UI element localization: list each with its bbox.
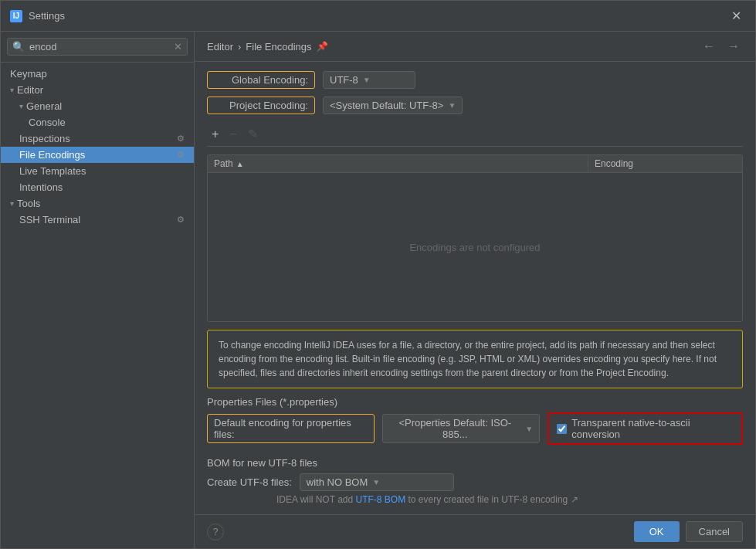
sidebar-item-console[interactable]: Console bbox=[1, 114, 194, 130]
sidebar-item-label: Inspections bbox=[19, 133, 70, 144]
panel-body: Global Encoding: UTF-8 ▼ Project Encodin… bbox=[195, 62, 755, 514]
project-encoding-row: Project Encoding: <System Default: UTF-8… bbox=[207, 97, 743, 114]
bom-section: BOM for new UTF-8 files Create UTF-8 fil… bbox=[207, 457, 743, 505]
sidebar-item-editor[interactable]: ▾ Editor bbox=[1, 82, 194, 98]
create-utf8-label: Create UTF-8 files: bbox=[207, 476, 292, 488]
sort-asc-icon: ▲ bbox=[236, 160, 244, 168]
project-encoding-label: Project Encoding: bbox=[207, 97, 315, 114]
project-encoding-dropdown[interactable]: <System Default: UTF-8> ▼ bbox=[323, 97, 463, 114]
dialog-title: Settings bbox=[29, 10, 65, 22]
create-utf8-dropdown[interactable]: with NO BOM ▼ bbox=[300, 473, 454, 491]
chevron-down-icon: ▾ bbox=[10, 86, 14, 94]
add-button[interactable]: + bbox=[207, 126, 223, 143]
dropdown-arrow-icon: ▼ bbox=[372, 478, 380, 486]
sidebar-item-label: Tools bbox=[17, 198, 40, 209]
ok-button[interactable]: OK bbox=[634, 521, 680, 542]
col-encoding-header: Encoding bbox=[588, 155, 742, 172]
pin-icon: 📌 bbox=[317, 41, 328, 52]
chevron-right-icon: ▾ bbox=[19, 102, 23, 110]
footer: ? OK Cancel bbox=[195, 514, 755, 548]
transparent-conversion-checkbox[interactable] bbox=[557, 424, 567, 434]
sidebar-item-inspections[interactable]: Inspections ⚙ bbox=[1, 130, 194, 147]
global-encoding-row: Global Encoding: UTF-8 ▼ bbox=[207, 71, 743, 89]
create-utf8-value: with NO BOM bbox=[307, 476, 368, 488]
global-encoding-value: UTF-8 bbox=[330, 74, 358, 86]
transparent-conversion-checkbox-row: Transparent native-to-ascii conversion bbox=[548, 412, 743, 445]
panel-header: Editor › File Encodings 📌 ← → bbox=[195, 32, 755, 62]
sidebar-item-file-encodings[interactable]: File Encodings ⚙ bbox=[1, 147, 194, 163]
sidebar-item-label: Console bbox=[29, 117, 66, 128]
bom-section-label: BOM for new UTF-8 files bbox=[207, 457, 743, 469]
sidebar-item-label: Keymap bbox=[10, 68, 47, 80]
sidebar-item-live-templates[interactable]: Live Templates bbox=[1, 163, 194, 179]
bom-info: IDEA will NOT add UTF-8 BOM to every cre… bbox=[207, 494, 743, 505]
empty-state-text: Encodings are not configured bbox=[409, 242, 540, 253]
bom-info-link[interactable]: UTF-8 BOM bbox=[355, 494, 405, 505]
project-encoding-value: <System Default: UTF-8> bbox=[330, 100, 443, 111]
bom-info-part2: to every created file in UTF-8 encoding … bbox=[405, 494, 578, 505]
file-encoding-toolbar: + − ✎ bbox=[207, 122, 743, 147]
chevron-down-icon: ▾ bbox=[10, 199, 14, 208]
search-clear-icon[interactable]: ✕ bbox=[174, 41, 182, 53]
bom-info-part1: IDEA will NOT add bbox=[276, 494, 355, 505]
dropdown-arrow-icon: ▼ bbox=[363, 76, 371, 84]
breadcrumb-part1: Editor bbox=[207, 41, 233, 53]
breadcrumb-sep: › bbox=[238, 41, 241, 53]
global-encoding-label: Global Encoding: bbox=[207, 71, 315, 89]
sidebar-item-intentions[interactable]: Intentions bbox=[1, 179, 194, 195]
breadcrumb-part2: File Encodings bbox=[246, 41, 311, 53]
properties-row: Default encoding for properties files: <… bbox=[207, 412, 743, 445]
cancel-button[interactable]: Cancel bbox=[686, 521, 743, 542]
sidebar-item-label: Intentions bbox=[19, 181, 63, 193]
global-encoding-dropdown[interactable]: UTF-8 ▼ bbox=[323, 71, 415, 89]
table-empty-state: Encodings are not configured bbox=[208, 173, 742, 321]
sidebar: 🔍 ✕ Keymap ▾ Editor ▾ General bbox=[1, 32, 195, 548]
ssh-terminal-badge: ⚙ bbox=[177, 215, 185, 225]
breadcrumb: Editor › File Encodings 📌 bbox=[207, 41, 328, 53]
sidebar-item-tools[interactable]: ▾ Tools bbox=[1, 195, 194, 212]
footer-buttons: OK Cancel bbox=[634, 521, 743, 542]
nav-forward-button[interactable]: → bbox=[724, 38, 743, 55]
panel-nav: ← → bbox=[700, 38, 743, 55]
tree: Keymap ▾ Editor ▾ General Console bbox=[1, 63, 194, 548]
settings-dialog: IJ Settings ✕ 🔍 ✕ Keymap ▾ bbox=[0, 0, 756, 549]
sidebar-item-keymap[interactable]: Keymap bbox=[1, 66, 194, 82]
panel: Editor › File Encodings 📌 ← → Global Enc… bbox=[195, 32, 755, 548]
col-path-header: Path ▲ bbox=[208, 155, 588, 172]
search-input-wrap: 🔍 ✕ bbox=[7, 38, 188, 56]
search-icon: 🔍 bbox=[12, 41, 25, 53]
sidebar-item-label: File Encodings bbox=[19, 149, 85, 161]
dropdown-arrow-icon: ▼ bbox=[448, 101, 456, 110]
edit-button[interactable]: ✎ bbox=[243, 125, 263, 143]
sidebar-item-label: Live Templates bbox=[19, 165, 86, 177]
transparent-conversion-label: Transparent native-to-ascii conversion bbox=[571, 417, 734, 440]
main-content: 🔍 ✕ Keymap ▾ Editor ▾ General bbox=[1, 32, 755, 548]
encoding-table: Path ▲ Encoding Encodings are not config… bbox=[207, 154, 743, 322]
title-bar: IJ Settings ✕ bbox=[1, 1, 755, 32]
help-button[interactable]: ? bbox=[207, 524, 224, 541]
default-encoding-value: <Properties Default: ISO-885... bbox=[389, 417, 520, 440]
inspections-badge: ⚙ bbox=[177, 134, 185, 144]
table-header: Path ▲ Encoding bbox=[208, 155, 742, 173]
default-encoding-label: Default encoding for properties files: bbox=[207, 414, 375, 443]
file-encodings-badge: ⚙ bbox=[177, 150, 185, 160]
sidebar-item-general[interactable]: ▾ General bbox=[1, 98, 194, 114]
search-bar: 🔍 ✕ bbox=[1, 32, 194, 63]
app-icon: IJ bbox=[10, 10, 22, 22]
close-button[interactable]: ✕ bbox=[727, 7, 746, 25]
default-encoding-dropdown[interactable]: <Properties Default: ISO-885... ▼ bbox=[382, 414, 540, 443]
search-input[interactable] bbox=[29, 41, 169, 53]
bom-row: Create UTF-8 files: with NO BOM ▼ bbox=[207, 473, 743, 491]
sidebar-item-label: General bbox=[26, 100, 62, 112]
properties-section-label: Properties Files (*.properties) bbox=[207, 396, 743, 408]
sidebar-item-label: SSH Terminal bbox=[19, 214, 80, 225]
info-box-text: To change encoding IntelliJ IDEA uses fo… bbox=[219, 340, 717, 378]
properties-section: Properties Files (*.properties) Default … bbox=[207, 396, 743, 445]
dropdown-arrow-icon: ▼ bbox=[525, 425, 533, 433]
sidebar-item-ssh-terminal[interactable]: SSH Terminal ⚙ bbox=[1, 212, 194, 228]
title-bar-left: IJ Settings bbox=[10, 10, 65, 22]
info-box: To change encoding IntelliJ IDEA uses fo… bbox=[207, 330, 743, 388]
remove-button[interactable]: − bbox=[225, 126, 241, 143]
sidebar-item-label: Editor bbox=[17, 84, 43, 96]
nav-back-button[interactable]: ← bbox=[700, 38, 718, 55]
